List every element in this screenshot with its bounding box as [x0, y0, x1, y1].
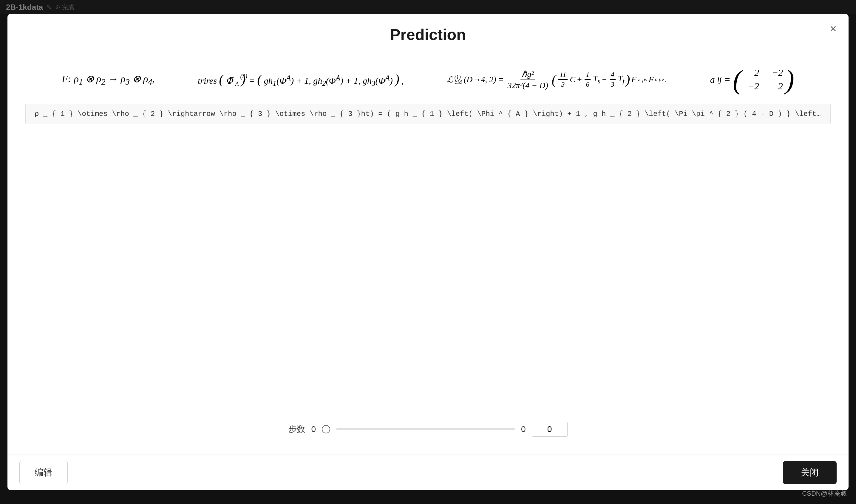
formula-3: ℒ(1)YM (D→4, 2) = ℏg² 32π²(4 − D) ( 11 3…	[447, 69, 667, 90]
watermark: CSDN@林庵叙	[802, 489, 847, 498]
modal-body: F: ρ1 ⊗ ρ2 → ρ3 ⊗ ρ4, trires ( Φ̃ (3) A …	[7, 50, 849, 454]
modal-title: Prediction	[19, 25, 837, 43]
steps-progress-bar	[336, 428, 515, 430]
formula-4-text: aij = ( 2 −2 −2 2 )	[710, 67, 794, 92]
formula-3-text: ℒ(1)YM (D→4, 2) = ℏg² 32π²(4 − D) ( 11 3…	[447, 69, 667, 90]
formula-2: trires ( Φ̃ (3) A ) = ( gh1(ΦA) + 1, gh2…	[198, 72, 404, 88]
modal-footer: 编辑 关闭	[7, 454, 849, 490]
steps-label: 步数	[288, 424, 305, 435]
modal-close-button[interactable]: ×	[830, 23, 837, 35]
close-button[interactable]: 关闭	[783, 461, 837, 484]
formula-1: F: ρ1 ⊗ ρ2 → ρ3 ⊗ ρ4,	[62, 73, 155, 87]
steps-radio[interactable]	[322, 425, 330, 433]
prediction-modal: Prediction × F: ρ1 ⊗ ρ2 → ρ3 ⊗ ρ4, trire…	[7, 14, 849, 490]
steps-count: 0	[311, 425, 316, 434]
edit-button[interactable]: 编辑	[19, 461, 68, 484]
steps-value: 0	[521, 425, 526, 434]
formula-4: aij = ( 2 −2 −2 2 )	[710, 67, 794, 92]
modal-overlay: Prediction × F: ρ1 ⊗ ρ2 → ρ3 ⊗ ρ4, trire…	[0, 0, 856, 504]
formula-1-text: F: ρ1 ⊗ ρ2 → ρ3 ⊗ ρ4,	[62, 73, 155, 87]
steps-area: 步数 0 0	[7, 422, 849, 437]
steps-input[interactable]	[532, 422, 568, 437]
math-raw-text: ρ _ { 1 } \otimes \rho _ { 2 } \rightarr…	[25, 104, 831, 124]
formula-2-text: trires ( Φ̃ (3) A ) = ( gh1(ΦA) + 1, gh2…	[198, 72, 404, 88]
modal-header: Prediction ×	[7, 14, 849, 50]
math-rendered-row: F: ρ1 ⊗ ρ2 → ρ3 ⊗ ρ4, trires ( Φ̃ (3) A …	[25, 55, 831, 104]
